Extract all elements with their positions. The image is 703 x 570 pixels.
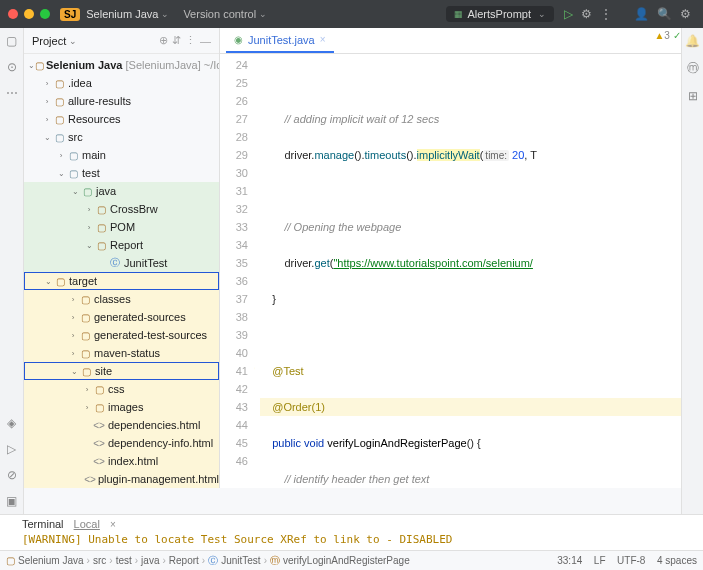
right-tool-rail: 🔔 ⓜ ⊞	[681, 28, 703, 514]
tree-node-allure[interactable]: ›▢allure-results	[24, 92, 219, 110]
left-bottom-rail: ▢ ⊙ ⋯ ◈ ▷ ⊘ ▣	[0, 28, 24, 514]
tree-node-site[interactable]: ⌄▢site	[24, 362, 219, 380]
tree-node-resources[interactable]: ›▢Resources	[24, 110, 219, 128]
window-controls[interactable]	[8, 9, 50, 19]
run-config-name: AlertsPrompt	[467, 8, 531, 20]
maximize-icon[interactable]	[40, 9, 50, 19]
tree-file-dependencies[interactable]: <>dependencies.html	[24, 416, 219, 434]
terminal-tab[interactable]: Terminal	[22, 518, 64, 530]
status-bar: ▢ Selenium Java› src› test› java› Report…	[0, 550, 703, 570]
tree-node-maven[interactable]: ›▢maven-status	[24, 344, 219, 362]
chevron-down-icon[interactable]: ⌄	[69, 36, 77, 46]
close-icon[interactable]	[8, 9, 18, 19]
terminal-panel: Terminal Local × [WARNING] Unable to loc…	[0, 514, 703, 550]
chevron-down-icon[interactable]: ⌄	[161, 9, 169, 19]
options-icon[interactable]: ⋮	[185, 34, 196, 47]
terminal-output[interactable]: [WARNING] Unable to locate Test Source X…	[0, 533, 703, 546]
tab-label: JunitTest.java	[248, 34, 315, 46]
line-ending[interactable]: LF	[594, 555, 606, 566]
terminal-tool-icon[interactable]: ▣	[6, 494, 17, 508]
tree-node-images[interactable]: ›▢images	[24, 398, 219, 416]
breadcrumb-item[interactable]: test	[116, 555, 132, 566]
vcs-menu[interactable]: Version control	[183, 8, 256, 20]
class-icon: Ⓒ	[208, 554, 218, 568]
tree-file-plugmgmt[interactable]: <>plugin-management.html	[24, 470, 219, 488]
tree-node-target[interactable]: ⌄▢target	[24, 272, 219, 290]
method-icon: ⓜ	[270, 554, 280, 568]
tree-node-css[interactable]: ›▢css	[24, 380, 219, 398]
bookmarks-icon[interactable]: ⊙	[7, 60, 17, 74]
titlebar: SJ Selenium Java⌄ Version control⌄ ▦ Ale…	[0, 0, 703, 28]
tree-node-main[interactable]: ›▢main	[24, 146, 219, 164]
database-icon[interactable]: ⊞	[688, 89, 698, 103]
expand-icon[interactable]: ⇵	[172, 34, 181, 47]
run-icon[interactable]: ▷	[564, 7, 573, 21]
tree-node-report[interactable]: ⌄▢Report	[24, 236, 219, 254]
tree-file-depinfo[interactable]: <>dependency-info.html	[24, 434, 219, 452]
project-name[interactable]: Selenium Java	[86, 8, 158, 20]
breadcrumb-item[interactable]: src	[93, 555, 106, 566]
more-icon[interactable]: ⋮	[600, 7, 612, 21]
code-lines[interactable]: // adding implicit wait of 12 secs drive…	[254, 54, 703, 488]
breadcrumb-item[interactable]: Selenium Java	[18, 555, 84, 566]
editor-tabs: ◉ JunitTest.java × ⋮	[220, 28, 703, 54]
debug-icon[interactable]: ⚙	[581, 7, 592, 21]
terminal-local-tab[interactable]: Local	[74, 518, 100, 530]
chevron-down-icon: ⌄	[538, 9, 546, 19]
run-config-icon: ▦	[454, 9, 463, 19]
sidebar-header: Project ⌄ ⊕ ⇵ ⋮ —	[24, 28, 219, 54]
project-tree[interactable]: ⌄▢Selenium Java [SeleniumJava] ~/IdeaPro…	[24, 54, 219, 488]
tree-node-idea[interactable]: ›▢.idea	[24, 74, 219, 92]
tree-node-gentest[interactable]: ›▢generated-test-sources	[24, 326, 219, 344]
tree-node-junit[interactable]: ⒸJunitTest	[24, 254, 219, 272]
breadcrumb-item[interactable]: java	[141, 555, 159, 566]
settings-icon[interactable]: ⚙	[680, 7, 691, 21]
notifications-icon[interactable]: 🔔	[685, 34, 700, 48]
tree-node-crossbrw[interactable]: ›▢CrossBrw	[24, 200, 219, 218]
indent[interactable]: 4 spaces	[657, 555, 697, 566]
gutter[interactable]: 2425262728293031323334353637383940414243…	[220, 54, 254, 488]
code-editor[interactable]: 2425262728293031323334353637383940414243…	[220, 54, 703, 488]
editor-tab-junittest[interactable]: ◉ JunitTest.java ×	[226, 29, 334, 53]
maven-icon[interactable]: ⓜ	[687, 60, 699, 77]
tree-node-test[interactable]: ⌄▢test	[24, 164, 219, 182]
sidebar-title[interactable]: Project	[32, 35, 66, 47]
close-terminal-icon[interactable]: ×	[110, 519, 116, 530]
hide-icon[interactable]: —	[200, 35, 211, 47]
editor-pane: ◉ JunitTest.java × ⋮ ▲3 ✓3 ⌃ 24252627282…	[220, 28, 703, 488]
run-tool-icon[interactable]: ▷	[7, 442, 16, 456]
more-icon[interactable]: ⋯	[6, 86, 18, 100]
project-sidebar: Project ⌄ ⊕ ⇵ ⋮ — ⌄▢Selenium Java [Selen…	[24, 28, 220, 488]
project-tool-icon[interactable]: ▢	[6, 34, 17, 48]
tree-node-src[interactable]: ⌄▢src	[24, 128, 219, 146]
java-file-icon: ◉	[234, 34, 243, 45]
breadcrumb-item[interactable]: Report	[169, 555, 199, 566]
run-config-selector[interactable]: ▦ AlertsPrompt ⌄	[446, 6, 554, 22]
breadcrumb-item[interactable]: verifyLoginAndRegisterPage	[283, 555, 410, 566]
tree-node-classes[interactable]: ›▢classes	[24, 290, 219, 308]
tree-root[interactable]: ⌄▢Selenium Java [SeleniumJava] ~/IdeaPro…	[24, 56, 219, 74]
user-icon[interactable]: 👤	[634, 7, 649, 21]
tree-node-gensrc[interactable]: ›▢generated-sources	[24, 308, 219, 326]
close-tab-icon[interactable]: ×	[320, 34, 326, 45]
intention-bulb-icon[interactable]: 💡	[254, 362, 256, 380]
tree-node-pom[interactable]: ›▢POM	[24, 218, 219, 236]
minimize-icon[interactable]	[24, 9, 34, 19]
problems-icon[interactable]: ⊘	[7, 468, 17, 482]
chevron-down-icon[interactable]: ⌄	[259, 9, 267, 19]
project-badge: SJ	[60, 8, 80, 21]
tree-file-index[interactable]: <>index.html	[24, 452, 219, 470]
folder-icon: ▢	[6, 555, 15, 566]
encoding[interactable]: UTF-8	[617, 555, 645, 566]
git-icon[interactable]: ◈	[7, 416, 16, 430]
caret-position[interactable]: 33:14	[557, 555, 582, 566]
search-icon[interactable]: 🔍	[657, 7, 672, 21]
tree-node-java[interactable]: ⌄▢java	[24, 182, 219, 200]
select-opened-icon[interactable]: ⊕	[159, 34, 168, 47]
breadcrumb-item[interactable]: JunitTest	[221, 555, 260, 566]
